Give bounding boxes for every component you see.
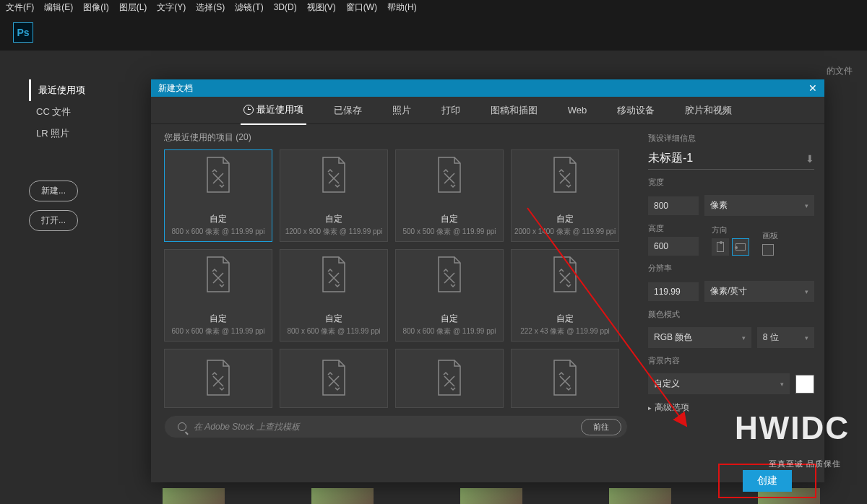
tab-web[interactable]: Web (565, 97, 590, 123)
preset-specs: 222 x 43 像素 @ 119.99 ppi (520, 326, 610, 336)
preset-card[interactable]: 自定 800 x 600 像素 @ 119.99 ppi (164, 149, 272, 242)
document-icon (434, 256, 465, 295)
tab-saved[interactable]: 已保存 (331, 97, 365, 124)
width-label: 宽度 (648, 177, 814, 188)
stock-search-bar[interactable]: 在 Adobe Stock 上查找模板 前往 (164, 415, 628, 438)
background-color-swatch[interactable] (795, 375, 814, 394)
preset-card[interactable]: 自定 2000 x 1400 像素 @ 119.99 ppi (511, 149, 619, 242)
menu-filter[interactable]: 滤镜(T) (235, 1, 263, 14)
preset-card[interactable] (511, 349, 619, 408)
resolution-unit-select[interactable]: 像素/英寸 ▾ (704, 281, 814, 302)
resolution-input[interactable] (648, 282, 699, 301)
preset-label: 自定 (210, 313, 227, 325)
presets-grid: 自定 800 x 600 像素 @ 119.99 ppi 自定 1200 x 9… (164, 149, 628, 408)
start-left-panel: 最近使用项 CC 文件 LR 照片 新建... 打开... (29, 79, 130, 231)
orientation-landscape[interactable] (732, 238, 749, 256)
recent-items-label: 您最近使用的项目 (20) (164, 131, 628, 144)
chevron-down-icon: ▾ (805, 288, 808, 295)
preset-card[interactable]: 自定 222 x 43 像素 @ 119.99 ppi (511, 249, 619, 342)
bit-depth-select[interactable]: 8 位 ▾ (757, 327, 814, 348)
menu-image[interactable]: 图像(I) (83, 1, 108, 14)
height-label: 高度 (648, 223, 699, 234)
preset-card[interactable]: 自定 800 x 600 像素 @ 119.99 ppi (395, 249, 504, 342)
menubar: 文件(F) 编辑(E) 图像(I) 图层(L) 文字(Y) 选择(S) 滤镜(T… (0, 0, 867, 14)
preset-label: 自定 (556, 213, 574, 225)
document-icon (319, 359, 349, 399)
ps-logo-icon: Ps (13, 22, 33, 43)
tab-art[interactable]: 图稿和插图 (488, 97, 540, 124)
create-button[interactable]: 创建 (743, 470, 792, 492)
menu-select[interactable]: 选择(S) (196, 1, 225, 14)
height-input[interactable] (648, 237, 699, 256)
color-mode-select[interactable]: RGB 颜色 ▾ (648, 327, 751, 348)
menu-edit[interactable]: 编辑(E) (44, 1, 73, 14)
chevron-down-icon: ▾ (805, 334, 808, 342)
preset-label: 自定 (325, 213, 342, 225)
menu-text[interactable]: 文字(Y) (157, 1, 186, 14)
background-value: 自定义 (654, 378, 680, 390)
dialog-tabs: 最近使用项 已保存 照片 打印 图稿和插图 Web 移动设备 胶片和视频 (151, 97, 824, 124)
width-input[interactable] (648, 196, 699, 215)
thumb (163, 488, 225, 504)
tab-photo[interactable]: 照片 (389, 97, 414, 124)
document-icon (203, 156, 233, 196)
dialog-titlebar: 新建文档 ✕ (151, 79, 824, 97)
menu-window[interactable]: 窗口(W) (346, 1, 377, 14)
preset-card[interactable]: 自定 500 x 500 像素 @ 119.99 ppi (395, 149, 504, 242)
preset-specs: 500 x 500 像素 @ 119.99 ppi (402, 227, 496, 237)
menu-layer[interactable]: 图层(L) (119, 1, 147, 14)
dialog-title: 新建文档 (158, 82, 193, 95)
nav-cc-files[interactable]: CC 文件 (29, 101, 130, 123)
open-button[interactable]: 打开... (29, 210, 78, 231)
preset-specs: 800 x 600 像素 @ 119.99 ppi (171, 227, 264, 237)
preset-card[interactable]: 自定 1200 x 900 像素 @ 119.99 ppi (280, 149, 388, 242)
preset-specs: 600 x 600 像素 @ 119.99 ppi (171, 326, 264, 336)
document-title[interactable]: 未标题-1 (648, 151, 693, 166)
tab-film[interactable]: 胶片和视频 (682, 97, 735, 124)
document-icon (550, 256, 580, 295)
thumb (609, 488, 671, 504)
watermark-sub: 至真至诚 品质保住 (769, 459, 841, 469)
preset-label: 自定 (441, 313, 458, 325)
bit-depth-value: 8 位 (763, 331, 779, 344)
nav-recent[interactable]: 最近使用项 (29, 79, 130, 101)
preset-card[interactable] (164, 349, 272, 408)
dialog-body: 您最近使用的项目 (20) 自定 800 x 600 像素 @ 119.99 p… (151, 124, 824, 482)
new-button[interactable]: 新建... (29, 181, 78, 201)
save-preset-icon[interactable]: ⬇ (806, 153, 814, 165)
search-icon (178, 422, 186, 431)
chevron-down-icon: ▾ (742, 334, 746, 342)
document-icon (319, 156, 349, 196)
menu-view[interactable]: 视图(V) (307, 1, 336, 14)
preset-label: 自定 (325, 313, 342, 325)
tab-mobile[interactable]: 移动设备 (614, 97, 657, 124)
orientation-portrait[interactable] (712, 238, 729, 256)
presets-area: 您最近使用的项目 (20) 自定 800 x 600 像素 @ 119.99 p… (151, 124, 638, 482)
thumb (311, 488, 374, 504)
preset-card[interactable]: 自定 600 x 600 像素 @ 119.99 ppi (164, 249, 272, 342)
details-header: 预设详细信息 (648, 133, 814, 144)
menu-3d[interactable]: 3D(D) (274, 2, 297, 12)
preset-specs: 1200 x 900 像素 @ 119.99 ppi (285, 227, 383, 237)
width-unit-select[interactable]: 像素 ▾ (704, 195, 814, 216)
tab-print[interactable]: 打印 (439, 97, 463, 124)
tab-recent[interactable]: 最近使用项 (241, 96, 306, 125)
preset-label: 自定 (210, 213, 227, 225)
preset-card[interactable] (395, 349, 504, 408)
background-label: 背景内容 (648, 355, 814, 366)
preset-card[interactable] (280, 349, 388, 408)
thumb (460, 488, 522, 504)
menu-file[interactable]: 文件(F) (6, 1, 34, 14)
resolution-label: 分辨率 (648, 263, 814, 274)
artboard-checkbox[interactable] (762, 244, 774, 256)
search-placeholder: 在 Adobe Stock 上查找模板 (194, 421, 574, 433)
chevron-down-icon: ▾ (805, 202, 808, 209)
go-button[interactable]: 前往 (581, 419, 621, 435)
chevron-right-icon: ▸ (648, 404, 652, 412)
preset-card[interactable]: 自定 800 x 600 像素 @ 119.99 ppi (280, 249, 388, 342)
menu-help[interactable]: 帮助(H) (387, 1, 417, 14)
preset-specs: 800 x 600 像素 @ 119.99 ppi (402, 326, 496, 336)
close-icon[interactable]: ✕ (808, 82, 817, 94)
nav-lr-photos[interactable]: LR 照片 (29, 123, 130, 144)
background-select[interactable]: 自定义 ▾ (648, 373, 790, 394)
